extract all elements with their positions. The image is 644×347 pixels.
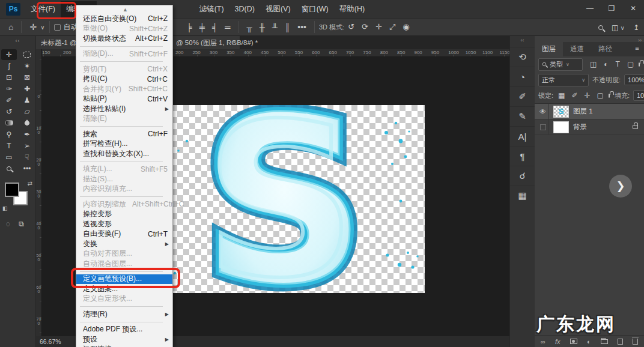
workspace-icon[interactable]: ◫ ∨ bbox=[612, 23, 625, 32]
gradient-tool[interactable] bbox=[5, 120, 13, 125]
threed-mode-icon[interactable]: ⟳ bbox=[358, 22, 372, 31]
dodge-tool[interactable]: ⚲ bbox=[1, 129, 17, 140]
align-icon[interactable]: ═ bbox=[221, 23, 234, 32]
edit-menu-item[interactable]: 粘贴(P) Ctrl+V bbox=[76, 94, 172, 104]
chevron-down-icon[interactable]: ∨ bbox=[40, 24, 44, 31]
eyedropper-tool[interactable]: ✑ bbox=[1, 83, 17, 94]
align-icon[interactable]: ╡ bbox=[208, 23, 221, 32]
dock-panel-icon[interactable]: A| bbox=[510, 126, 535, 146]
edit-menu-item[interactable]: 变换 bbox=[76, 239, 172, 249]
new-group-icon[interactable] bbox=[601, 339, 608, 344]
menu-3d[interactable]: 3D(D) bbox=[229, 2, 260, 16]
more-options-icon[interactable]: ••• bbox=[294, 22, 310, 32]
brush-tool[interactable]: ✐ bbox=[1, 95, 17, 106]
screen-mode-icon[interactable]: ⧉ bbox=[19, 220, 24, 228]
edit-menu-item[interactable]: 清理(R) bbox=[76, 309, 172, 319]
distribute-icon[interactable]: ╥ bbox=[243, 23, 255, 32]
eraser-tool[interactable]: ▱ bbox=[19, 106, 35, 117]
edit-menu-item[interactable]: 描边(S)... bbox=[76, 174, 172, 184]
edit-menu-item[interactable]: 重做(O) Shift+Ctrl+Z bbox=[76, 24, 172, 34]
more-tools[interactable]: ••• bbox=[19, 163, 35, 174]
edit-menu-item[interactable]: 查找和替换文本(X)... bbox=[76, 149, 172, 159]
edit-menu-item[interactable]: 自由变换(F) Ctrl+T bbox=[76, 229, 172, 240]
dock-panel-icon[interactable]: ✎ bbox=[510, 106, 535, 126]
edit-menu-item[interactable]: 远程连接... bbox=[76, 345, 172, 347]
rectangle-tool[interactable]: ▭ bbox=[1, 152, 17, 163]
expand-panel-icon[interactable]: ›› bbox=[638, 37, 642, 43]
edit-menu-item[interactable] bbox=[76, 44, 172, 49]
canvas-document[interactable]: S S S S bbox=[129, 105, 425, 293]
edit-menu-item[interactable] bbox=[76, 124, 172, 129]
crop-tool[interactable]: ⊡ bbox=[1, 72, 17, 83]
edit-menu-item[interactable]: 切换最终状态 Alt+Ctrl+Z bbox=[76, 34, 172, 44]
minimize-button[interactable]: — bbox=[579, 0, 601, 17]
threed-mode-icon[interactable]: ◉ bbox=[399, 22, 413, 31]
edit-menu-item[interactable]: 定义画笔预设(B)... bbox=[76, 274, 172, 285]
tab-channels[interactable]: 通道 bbox=[563, 42, 591, 56]
blend-mode-select[interactable]: 正常 ∨ bbox=[538, 74, 589, 86]
filter-icon[interactable]: ▢ bbox=[626, 60, 635, 68]
hand-tool[interactable]: ☟ bbox=[19, 152, 35, 163]
threed-mode-icon[interactable]: ✛ bbox=[372, 22, 386, 31]
collapse-dock-icon[interactable]: ‹‹ bbox=[510, 36, 535, 47]
lasso-tool[interactable]: ʃ bbox=[1, 61, 17, 71]
add-mask-icon[interactable] bbox=[570, 339, 577, 344]
move-tool-icon[interactable]: ✛ bbox=[26, 22, 40, 32]
layer-thumbnail[interactable]: S bbox=[553, 106, 569, 118]
filter-icon[interactable]: ◐ bbox=[603, 60, 609, 68]
default-colors-icon[interactable]: ◧ bbox=[2, 205, 8, 211]
zoom-level[interactable]: 66.67% bbox=[40, 338, 61, 345]
dock-panel-icon[interactable]: ◔ bbox=[510, 67, 535, 86]
filter-icon[interactable]: ◫ bbox=[589, 60, 598, 68]
foreground-color-swatch[interactable] bbox=[5, 183, 19, 197]
marquee-tool[interactable] bbox=[23, 52, 31, 58]
history-brush-tool[interactable]: ↺ bbox=[1, 106, 17, 117]
collapse-toolbar-icon[interactable]: ‹‹ bbox=[0, 36, 35, 49]
distribute-icon[interactable]: ╫ bbox=[256, 23, 269, 32]
opacity-select[interactable]: 100% ∨ bbox=[624, 74, 644, 85]
edit-menu-item[interactable] bbox=[76, 319, 172, 325]
quick-mask-icon[interactable]: ◌ bbox=[6, 220, 10, 228]
layer-row-layer1[interactable]: 👁 S 图层 1 bbox=[535, 104, 644, 119]
edit-menu-item[interactable]: 渐隐(D)... Shift+Ctrl+F bbox=[76, 49, 172, 59]
lock-option-icon[interactable]: ✛ bbox=[583, 91, 591, 100]
edit-menu-item[interactable] bbox=[76, 304, 172, 309]
menu-filter[interactable]: 滤镜(T) bbox=[194, 1, 229, 17]
layer-thumbnail[interactable] bbox=[553, 121, 569, 133]
link-layers-icon[interactable]: ∞ bbox=[541, 338, 545, 345]
pen-tool[interactable]: ✒ bbox=[19, 129, 35, 140]
move-tool[interactable]: ✛ bbox=[1, 49, 17, 60]
restore-button[interactable]: ❐ bbox=[601, 0, 622, 17]
visibility-toggle[interactable] bbox=[537, 119, 549, 134]
healing-brush-tool[interactable]: ✚ bbox=[19, 83, 35, 94]
search-icon[interactable] bbox=[598, 25, 603, 30]
dock-panel-icon[interactable]: ✐ bbox=[510, 86, 535, 106]
edit-menu-item[interactable] bbox=[76, 194, 172, 199]
menu-file[interactable]: 文件(F) bbox=[25, 1, 61, 17]
lock-all-icon[interactable] bbox=[609, 94, 610, 98]
zoom-tool[interactable] bbox=[7, 166, 11, 171]
edit-menu-item[interactable]: 自动混合图层... bbox=[76, 259, 172, 269]
type-tool[interactable]: T bbox=[1, 140, 17, 151]
edit-menu-item[interactable]: 自动对齐图层... bbox=[76, 249, 172, 259]
edit-menu-item[interactable]: 搜索 Ctrl+F bbox=[76, 129, 172, 139]
distribute-icon[interactable]: ║ bbox=[281, 23, 294, 32]
lock-option-icon[interactable]: ▦ bbox=[557, 91, 566, 100]
edit-menu-item[interactable]: 预设 bbox=[76, 334, 172, 345]
tab-paths[interactable]: 路径 bbox=[591, 42, 619, 56]
visibility-eye-icon[interactable]: 👁 bbox=[537, 104, 549, 119]
filter-icon[interactable]: T bbox=[615, 60, 621, 68]
dock-panel-icon[interactable]: ⟲ bbox=[510, 47, 535, 67]
swap-colors-icon[interactable]: ⇄ bbox=[28, 180, 32, 187]
share-icon[interactable]: ↥ bbox=[633, 23, 639, 32]
threed-mode-icon[interactable]: ⤢ bbox=[386, 22, 399, 32]
layer-name[interactable]: 图层 1 bbox=[573, 107, 642, 116]
edit-menu-item[interactable]: 定义图案... bbox=[76, 284, 172, 294]
adjustment-layer-icon[interactable]: ◐ bbox=[587, 338, 591, 345]
auto-select-checkbox[interactable] bbox=[54, 24, 61, 31]
magic-wand-tool[interactable]: ✶ bbox=[19, 61, 35, 71]
fill-select[interactable]: 100% ∨ bbox=[633, 90, 644, 101]
filter-lock-icon[interactable] bbox=[639, 62, 640, 67]
tab-layers[interactable]: 图层 bbox=[535, 42, 563, 56]
edit-menu-item[interactable]: 操控变形 bbox=[76, 210, 172, 220]
